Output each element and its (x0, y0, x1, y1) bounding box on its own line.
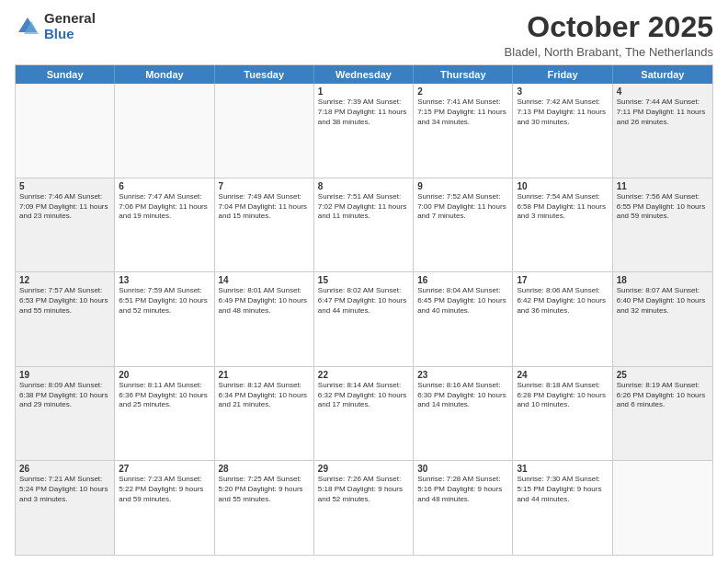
calendar-cell: 20Sunrise: 8:11 AM Sunset: 6:36 PM Dayli… (115, 367, 214, 461)
day-number: 7 (219, 181, 310, 191)
cell-daylight-info: Sunrise: 7:39 AM Sunset: 7:18 PM Dayligh… (318, 98, 409, 127)
day-number: 19 (19, 370, 110, 380)
month-title: October 2025 (505, 11, 713, 43)
calendar-header: SundayMondayTuesdayWednesdayThursdayFrid… (16, 65, 712, 84)
calendar-cell: 2Sunrise: 7:41 AM Sunset: 7:15 PM Daylig… (414, 84, 513, 178)
day-number: 12 (19, 275, 110, 285)
calendar-cell: 18Sunrise: 8:07 AM Sunset: 6:40 PM Dayli… (613, 272, 712, 366)
day-number: 10 (517, 181, 608, 191)
cell-daylight-info: Sunrise: 7:28 AM Sunset: 5:16 PM Dayligh… (417, 475, 508, 504)
calendar-cell: 16Sunrise: 8:04 AM Sunset: 6:45 PM Dayli… (414, 272, 513, 366)
cell-daylight-info: Sunrise: 8:18 AM Sunset: 6:28 PM Dayligh… (517, 381, 608, 410)
cell-daylight-info: Sunrise: 7:41 AM Sunset: 7:15 PM Dayligh… (417, 98, 508, 127)
cell-daylight-info: Sunrise: 7:52 AM Sunset: 7:00 PM Dayligh… (417, 192, 508, 222)
calendar-cell: 30Sunrise: 7:28 AM Sunset: 5:16 PM Dayli… (414, 461, 513, 555)
cell-daylight-info: Sunrise: 8:04 AM Sunset: 6:45 PM Dayligh… (417, 286, 508, 316)
cell-daylight-info: Sunrise: 8:14 AM Sunset: 6:32 PM Dayligh… (318, 381, 409, 410)
calendar-cell: 14Sunrise: 8:01 AM Sunset: 6:49 PM Dayli… (215, 272, 314, 366)
day-number: 27 (119, 464, 210, 474)
day-number: 30 (417, 464, 508, 474)
calendar-cell: 15Sunrise: 8:02 AM Sunset: 6:47 PM Dayli… (314, 272, 414, 366)
cell-daylight-info: Sunrise: 7:57 AM Sunset: 6:53 PM Dayligh… (19, 286, 110, 316)
calendar-cell: 28Sunrise: 7:25 AM Sunset: 5:20 PM Dayli… (215, 461, 314, 555)
calendar-cell: 13Sunrise: 7:59 AM Sunset: 6:51 PM Dayli… (115, 272, 214, 366)
header: General Blue October 2025 Bladel, North … (15, 11, 713, 59)
cell-daylight-info: Sunrise: 7:21 AM Sunset: 5:24 PM Dayligh… (19, 475, 110, 504)
calendar-row-3: 19Sunrise: 8:09 AM Sunset: 6:38 PM Dayli… (16, 366, 712, 461)
calendar-cell: 6Sunrise: 7:47 AM Sunset: 7:06 PM Daylig… (115, 178, 214, 272)
calendar-cell: 25Sunrise: 8:19 AM Sunset: 6:26 PM Dayli… (613, 367, 712, 461)
day-number: 1 (318, 86, 409, 97)
day-number: 3 (517, 86, 608, 97)
day-number: 23 (417, 370, 508, 380)
cell-daylight-info: Sunrise: 8:12 AM Sunset: 6:34 PM Dayligh… (219, 381, 310, 410)
calendar: SundayMondayTuesdayWednesdayThursdayFrid… (15, 64, 713, 556)
calendar-cell: 27Sunrise: 7:23 AM Sunset: 5:22 PM Dayli… (115, 461, 214, 555)
calendar-cell: 3Sunrise: 7:42 AM Sunset: 7:13 PM Daylig… (513, 84, 612, 178)
header-day-tuesday: Tuesday (215, 65, 314, 84)
logo: General Blue (15, 11, 96, 41)
calendar-cell: 21Sunrise: 8:12 AM Sunset: 6:34 PM Dayli… (215, 367, 314, 461)
calendar-cell: 29Sunrise: 7:26 AM Sunset: 5:18 PM Dayli… (314, 461, 414, 555)
cell-daylight-info: Sunrise: 8:16 AM Sunset: 6:30 PM Dayligh… (417, 381, 508, 410)
cell-daylight-info: Sunrise: 8:02 AM Sunset: 6:47 PM Dayligh… (318, 286, 409, 316)
day-number: 4 (617, 86, 709, 97)
cell-daylight-info: Sunrise: 7:54 AM Sunset: 6:58 PM Dayligh… (517, 192, 608, 222)
title-block: October 2025 Bladel, North Brabant, The … (505, 11, 713, 59)
calendar-row-1: 5Sunrise: 7:46 AM Sunset: 7:09 PM Daylig… (16, 178, 712, 272)
header-day-saturday: Saturday (613, 65, 712, 84)
cell-daylight-info: Sunrise: 7:42 AM Sunset: 7:13 PM Dayligh… (517, 98, 608, 127)
header-day-sunday: Sunday (16, 65, 115, 84)
calendar-row-4: 26Sunrise: 7:21 AM Sunset: 5:24 PM Dayli… (16, 460, 712, 555)
calendar-cell: 26Sunrise: 7:21 AM Sunset: 5:24 PM Dayli… (16, 461, 115, 555)
calendar-cell: 5Sunrise: 7:46 AM Sunset: 7:09 PM Daylig… (16, 178, 115, 272)
calendar-cell (215, 84, 314, 178)
cell-daylight-info: Sunrise: 7:51 AM Sunset: 7:02 PM Dayligh… (318, 192, 409, 222)
day-number: 25 (617, 370, 709, 380)
day-number: 31 (517, 464, 608, 474)
cell-daylight-info: Sunrise: 7:46 AM Sunset: 7:09 PM Dayligh… (19, 192, 110, 222)
cell-daylight-info: Sunrise: 7:30 AM Sunset: 5:15 PM Dayligh… (517, 475, 608, 504)
calendar-cell: 23Sunrise: 8:16 AM Sunset: 6:30 PM Dayli… (414, 367, 513, 461)
day-number: 8 (318, 181, 409, 191)
cell-daylight-info: Sunrise: 7:49 AM Sunset: 7:04 PM Dayligh… (219, 192, 310, 222)
header-day-wednesday: Wednesday (314, 65, 414, 84)
cell-daylight-info: Sunrise: 7:25 AM Sunset: 5:20 PM Dayligh… (219, 475, 310, 504)
day-number: 9 (417, 181, 508, 191)
location-label: Bladel, North Brabant, The Netherlands (505, 45, 713, 59)
day-number: 24 (517, 370, 608, 380)
day-number: 14 (219, 275, 310, 285)
calendar-cell: 12Sunrise: 7:57 AM Sunset: 6:53 PM Dayli… (16, 272, 115, 366)
calendar-row-0: 1Sunrise: 7:39 AM Sunset: 7:18 PM Daylig… (16, 84, 712, 178)
calendar-cell: 11Sunrise: 7:56 AM Sunset: 6:55 PM Dayli… (613, 178, 712, 272)
cell-daylight-info: Sunrise: 7:26 AM Sunset: 5:18 PM Dayligh… (318, 475, 409, 504)
logo-text: General Blue (44, 11, 96, 41)
cell-daylight-info: Sunrise: 7:44 AM Sunset: 7:11 PM Dayligh… (617, 98, 709, 127)
cell-daylight-info: Sunrise: 8:07 AM Sunset: 6:40 PM Dayligh… (617, 286, 709, 316)
cell-daylight-info: Sunrise: 8:01 AM Sunset: 6:49 PM Dayligh… (219, 286, 310, 316)
calendar-cell: 17Sunrise: 8:06 AM Sunset: 6:42 PM Dayli… (513, 272, 612, 366)
cell-daylight-info: Sunrise: 8:06 AM Sunset: 6:42 PM Dayligh… (517, 286, 608, 316)
logo-icon (15, 14, 40, 40)
day-number: 28 (219, 464, 310, 474)
day-number: 29 (318, 464, 409, 474)
day-number: 17 (517, 275, 608, 285)
calendar-cell: 31Sunrise: 7:30 AM Sunset: 5:15 PM Dayli… (513, 461, 612, 555)
day-number: 16 (417, 275, 508, 285)
day-number: 21 (219, 370, 310, 380)
calendar-cell (613, 461, 712, 555)
calendar-cell: 8Sunrise: 7:51 AM Sunset: 7:02 PM Daylig… (314, 178, 414, 272)
calendar-body: 1Sunrise: 7:39 AM Sunset: 7:18 PM Daylig… (16, 84, 712, 555)
cell-daylight-info: Sunrise: 8:11 AM Sunset: 6:36 PM Dayligh… (119, 381, 210, 410)
day-number: 2 (417, 86, 508, 97)
cell-daylight-info: Sunrise: 8:19 AM Sunset: 6:26 PM Dayligh… (617, 381, 709, 410)
cell-daylight-info: Sunrise: 8:09 AM Sunset: 6:38 PM Dayligh… (19, 381, 110, 410)
header-day-thursday: Thursday (414, 65, 513, 84)
page: General Blue October 2025 Bladel, North … (0, 0, 728, 563)
calendar-cell (16, 84, 115, 178)
cell-daylight-info: Sunrise: 7:47 AM Sunset: 7:06 PM Dayligh… (119, 192, 210, 222)
day-number: 13 (119, 275, 210, 285)
calendar-cell: 9Sunrise: 7:52 AM Sunset: 7:00 PM Daylig… (414, 178, 513, 272)
header-day-friday: Friday (513, 65, 612, 84)
calendar-cell: 10Sunrise: 7:54 AM Sunset: 6:58 PM Dayli… (513, 178, 612, 272)
